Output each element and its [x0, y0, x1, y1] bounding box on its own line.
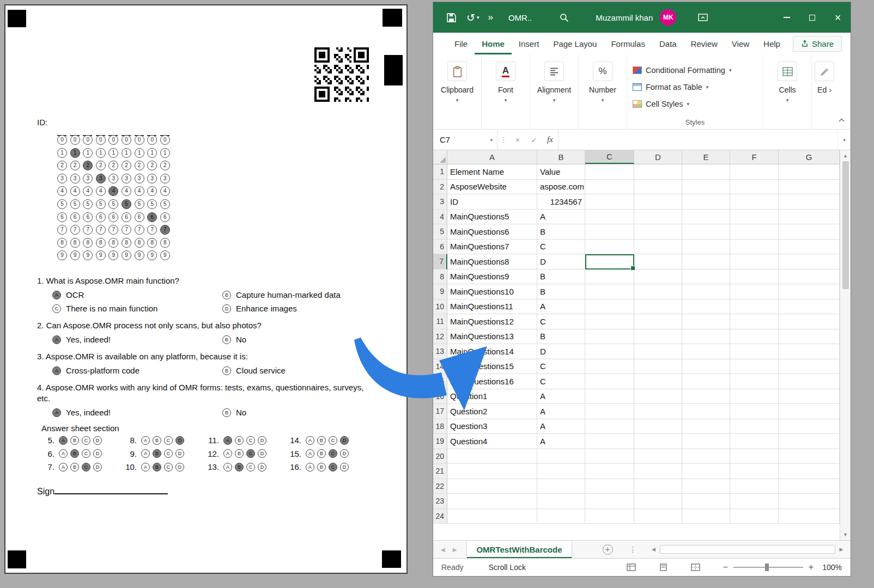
- cell-C14[interactable]: [585, 359, 634, 375]
- ribbon-tab-insert[interactable]: Insert: [512, 33, 547, 54]
- cell-E19[interactable]: [682, 434, 730, 449]
- cell-F8[interactable]: [730, 270, 779, 285]
- zoom-level[interactable]: 100%: [822, 563, 842, 572]
- cell-D8[interactable]: [634, 270, 682, 285]
- cell-D10[interactable]: [634, 299, 682, 315]
- cell-F17[interactable]: [730, 404, 779, 419]
- undo-button[interactable]: ↺▾: [466, 11, 479, 24]
- cell-E15[interactable]: [682, 374, 730, 389]
- cell-D19[interactable]: [634, 434, 682, 449]
- cell-A13[interactable]: MainQuestions14: [447, 344, 537, 359]
- cell-A24[interactable]: [447, 509, 537, 524]
- cell-F4[interactable]: [730, 210, 779, 225]
- vertical-scrollbar[interactable]: ▲ ▼: [840, 150, 851, 540]
- cell-E4[interactable]: [682, 210, 730, 225]
- cell-styles-button[interactable]: Cell Styles ▾: [633, 95, 689, 112]
- ribbon-tab-formulas[interactable]: Formulas: [604, 33, 652, 54]
- cell-G12[interactable]: [779, 329, 840, 345]
- ribbon-tab-view[interactable]: View: [725, 33, 756, 54]
- column-header-G[interactable]: G: [779, 150, 840, 164]
- cell-A10[interactable]: MainQuestions11: [447, 299, 537, 315]
- cell-E24[interactable]: [682, 509, 730, 524]
- cell-A14[interactable]: MainQuestions15: [447, 359, 537, 375]
- row-header-15[interactable]: 15: [433, 374, 447, 389]
- cell-F20[interactable]: [730, 449, 779, 464]
- scroll-up-icon[interactable]: ▲: [843, 150, 848, 161]
- cell-F12[interactable]: [730, 329, 779, 345]
- cell-B6[interactable]: C: [537, 240, 585, 255]
- formula-input[interactable]: [559, 130, 837, 150]
- cell-B12[interactable]: B: [537, 329, 585, 345]
- cell-E20[interactable]: [682, 449, 730, 464]
- row-header-22[interactable]: 22: [433, 479, 447, 494]
- cell-D1[interactable]: [634, 164, 682, 180]
- expand-formula-bar-icon[interactable]: ▾: [837, 130, 851, 150]
- column-header-B[interactable]: B: [537, 150, 585, 164]
- page-layout-view-icon[interactable]: [659, 564, 668, 571]
- cell-C20[interactable]: [585, 449, 634, 464]
- cell-D14[interactable]: [634, 359, 682, 375]
- ribbon-group-number[interactable]: % Number ▾: [579, 54, 627, 129]
- cell-D18[interactable]: [634, 419, 682, 434]
- conditional-formatting-button[interactable]: Conditional Formatting ▾: [633, 62, 731, 78]
- insert-function-button[interactable]: fx: [542, 130, 559, 150]
- cell-D13[interactable]: [634, 344, 682, 359]
- cell-C19[interactable]: [585, 434, 634, 449]
- cell-B7[interactable]: D: [537, 254, 585, 270]
- row-header-5[interactable]: 5: [433, 224, 447, 240]
- row-header-3[interactable]: 3: [433, 194, 447, 210]
- cell-A18[interactable]: Question3: [447, 419, 537, 434]
- cell-A5[interactable]: MainQuestions6: [447, 224, 537, 240]
- cell-C15[interactable]: [585, 374, 634, 389]
- cell-G5[interactable]: [779, 224, 840, 240]
- cell-D5[interactable]: [634, 224, 682, 240]
- cell-B13[interactable]: D: [537, 344, 585, 359]
- cell-B22[interactable]: [537, 479, 585, 494]
- cell-C23[interactable]: [585, 494, 634, 509]
- cell-A16[interactable]: Question1: [447, 389, 537, 405]
- zoom-out-button[interactable]: −: [723, 562, 728, 572]
- hscroll-right-icon[interactable]: ▶: [835, 547, 847, 552]
- ribbon-display-options-icon[interactable]: [698, 13, 708, 22]
- row-header-1[interactable]: 1: [433, 164, 447, 180]
- maximize-button[interactable]: [799, 2, 825, 33]
- row-header-13[interactable]: 13: [433, 344, 447, 359]
- cell-F9[interactable]: [730, 284, 779, 299]
- cell-G8[interactable]: [779, 270, 840, 285]
- cell-A8[interactable]: MainQuestions9: [447, 270, 537, 285]
- ribbon-tab-data[interactable]: Data: [652, 33, 684, 54]
- cell-G14[interactable]: [779, 359, 840, 375]
- sheet-options-icon[interactable]: ⋮: [629, 545, 637, 554]
- cell-D16[interactable]: [634, 389, 682, 405]
- cell-B18[interactable]: A: [537, 419, 585, 434]
- cell-B17[interactable]: A: [537, 404, 585, 419]
- cell-E17[interactable]: [682, 404, 730, 419]
- cell-E10[interactable]: [682, 299, 730, 315]
- cell-D24[interactable]: [634, 509, 682, 524]
- cell-E11[interactable]: [682, 314, 730, 329]
- cell-C17[interactable]: [585, 404, 634, 419]
- cell-B24[interactable]: [537, 509, 585, 524]
- close-button[interactable]: ×: [825, 2, 851, 33]
- cell-D6[interactable]: [634, 240, 682, 255]
- ribbon-tab-home[interactable]: Home: [475, 33, 512, 54]
- cell-F18[interactable]: [730, 419, 779, 434]
- cell-E6[interactable]: [682, 240, 730, 255]
- cell-C6[interactable]: [585, 240, 634, 255]
- cell-E23[interactable]: [682, 494, 730, 509]
- cell-C3[interactable]: [585, 194, 634, 210]
- cell-B2[interactable]: aspose.com: [537, 180, 585, 195]
- row-header-16[interactable]: 16: [433, 389, 447, 405]
- cell-B4[interactable]: A: [537, 210, 585, 225]
- cell-E21[interactable]: [682, 464, 730, 479]
- cell-C4[interactable]: [585, 210, 634, 225]
- cell-G10[interactable]: [779, 299, 840, 315]
- row-header-11[interactable]: 11: [433, 314, 447, 329]
- cell-B23[interactable]: [537, 494, 585, 509]
- format-as-table-button[interactable]: Format as Table ▾: [633, 78, 708, 95]
- row-header-24[interactable]: 24: [433, 509, 447, 524]
- cell-A21[interactable]: [447, 464, 537, 479]
- cell-E3[interactable]: [682, 194, 730, 210]
- cell-D21[interactable]: [634, 464, 682, 479]
- cell-B10[interactable]: A: [537, 299, 585, 315]
